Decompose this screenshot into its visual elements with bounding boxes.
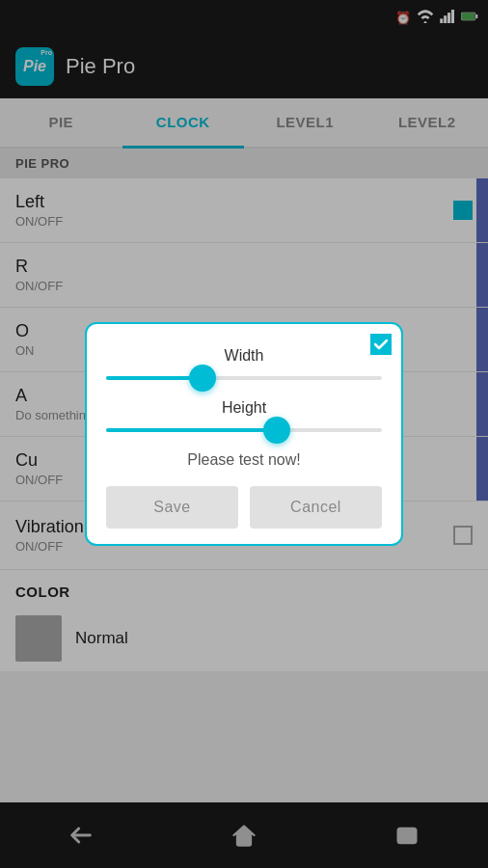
height-slider-fill (106, 428, 277, 432)
modal-dialog: Width Height Please test now! Save Cance… (85, 322, 403, 546)
modal-overlay: Width Height Please test now! Save Cance… (0, 0, 488, 868)
width-slider-thumb[interactable] (189, 365, 216, 392)
width-slider-fill (106, 376, 203, 380)
cancel-button[interactable]: Cancel (250, 486, 382, 529)
width-slider-container: Width (106, 347, 382, 380)
height-slider-track[interactable] (106, 428, 382, 432)
height-label: Height (106, 399, 382, 417)
width-slider-track[interactable] (106, 376, 382, 380)
modal-checkmark (370, 334, 392, 355)
width-label: Width (106, 347, 382, 365)
modal-buttons: Save Cancel (106, 486, 382, 529)
height-slider-container: Height (106, 399, 382, 432)
height-slider-thumb[interactable] (263, 417, 290, 444)
save-button[interactable]: Save (106, 486, 238, 529)
modal-test-text: Please test now! (106, 451, 382, 469)
